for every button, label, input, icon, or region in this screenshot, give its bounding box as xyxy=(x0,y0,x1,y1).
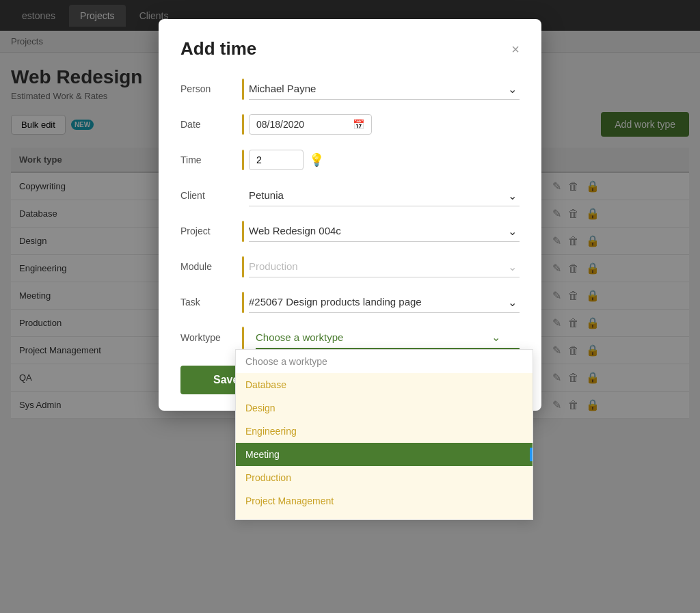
worktype-value[interactable]: Choose a worktype xyxy=(256,331,343,343)
person-field-container: Michael Payne ⌄ xyxy=(242,79,520,100)
task-chevron-icon: ⌄ xyxy=(508,295,517,308)
worktype-option[interactable]: Meeting xyxy=(236,443,533,466)
modal-title: Add time xyxy=(180,38,256,59)
module-label: Module xyxy=(180,261,242,272)
time-label: Time xyxy=(180,154,242,165)
module-field-container: Production ⌄ xyxy=(242,256,520,277)
gold-bar-project xyxy=(242,221,244,242)
task-value: #25067 Design products landing page xyxy=(249,296,422,308)
task-label: Task xyxy=(180,297,242,308)
worktype-option[interactable]: Production xyxy=(236,466,533,489)
worktype-dropdown: Choose a worktypeDatabaseDesignEngineeri… xyxy=(235,349,533,520)
module-placeholder: Production xyxy=(249,260,298,272)
project-field-container: Web Redesign 004c ⌄ xyxy=(242,221,520,242)
task-field-container: #25067 Design products landing page ⌄ xyxy=(242,292,520,313)
date-label: Date xyxy=(180,119,242,130)
worktype-option[interactable]: Engineering xyxy=(236,420,533,443)
worktype-option[interactable]: Project Management xyxy=(236,489,533,513)
module-chevron-icon: ⌄ xyxy=(508,260,517,273)
project-row: Project Web Redesign 004c ⌄ xyxy=(180,218,520,244)
module-row: Module Production ⌄ xyxy=(180,254,520,280)
modal-close-button[interactable]: × xyxy=(511,42,520,56)
gold-bar-task xyxy=(242,292,244,313)
project-label: Project xyxy=(180,226,242,236)
time-field-container: 💡 xyxy=(242,150,520,170)
worktype-option[interactable]: Database xyxy=(236,373,533,396)
date-input[interactable]: 08/18/2020 📅 xyxy=(249,114,372,135)
selected-indicator xyxy=(530,448,533,461)
project-chevron-icon: ⌄ xyxy=(508,224,517,237)
gold-bar-date xyxy=(242,114,244,135)
worktype-label: Worktype xyxy=(180,332,242,343)
person-row: Person Michael Payne ⌄ xyxy=(180,76,520,102)
person-label: Person xyxy=(180,83,242,94)
gold-bar-person xyxy=(242,79,244,100)
client-value: Petunia xyxy=(249,189,284,201)
worktype-option[interactable]: QA xyxy=(236,513,533,520)
person-chevron-icon: ⌄ xyxy=(508,82,517,95)
time-hint-icon: 💡 xyxy=(309,152,324,167)
project-value: Web Redesign 004c xyxy=(249,225,341,236)
add-time-modal: Add time × Person Michael Payne ⌄ Date 0… xyxy=(159,19,541,411)
client-field-container: Petunia ⌄ xyxy=(242,185,520,206)
date-row: Date 08/18/2020 📅 xyxy=(180,111,520,137)
gold-bar-module xyxy=(242,256,244,277)
gold-bar-worktype xyxy=(242,327,244,349)
worktype-field-container: Choose a worktype ⌄ Choose a worktypeDat… xyxy=(242,327,520,349)
client-chevron-icon: ⌄ xyxy=(508,189,517,202)
task-row: Task #25067 Design products landing page… xyxy=(180,289,520,315)
calendar-icon: 📅 xyxy=(353,119,364,130)
worktype-row: Worktype Choose a worktype ⌄ Choose a wo… xyxy=(180,325,520,351)
time-row: Time 💡 xyxy=(180,147,520,173)
client-label: Client xyxy=(180,190,242,201)
client-row: Client Petunia ⌄ xyxy=(180,182,520,208)
worktype-option[interactable]: Choose a worktype xyxy=(236,350,533,373)
modal-header: Add time × xyxy=(180,38,520,59)
worktype-chevron-icon: ⌄ xyxy=(492,331,500,344)
person-value: Michael Payne xyxy=(249,83,316,94)
date-value: 08/18/2020 xyxy=(256,119,304,130)
worktype-option[interactable]: Design xyxy=(236,396,533,420)
date-field-container: 08/18/2020 📅 xyxy=(242,114,520,135)
time-input[interactable] xyxy=(249,150,304,170)
gold-bar-time xyxy=(242,150,244,170)
